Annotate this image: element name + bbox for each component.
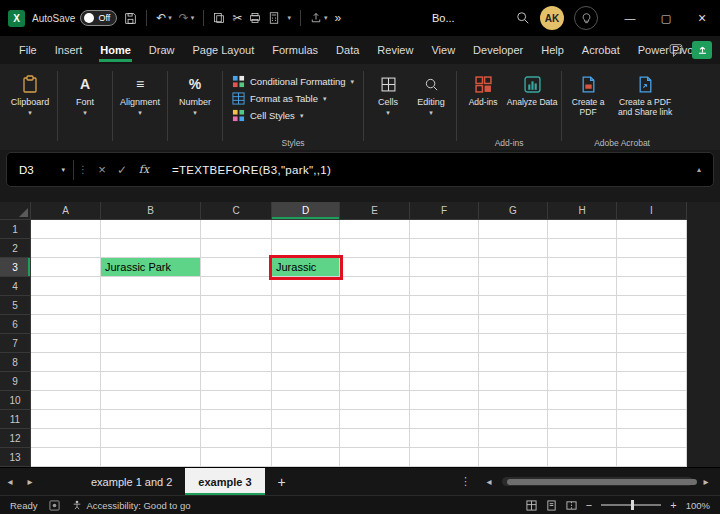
row-header-6[interactable]: 6 xyxy=(0,315,31,334)
cell-B13[interactable] xyxy=(101,448,201,467)
touch-mode-icon[interactable]: ▾ xyxy=(310,12,328,24)
cell-G13[interactable] xyxy=(479,448,548,467)
excel-logo-icon[interactable]: X xyxy=(8,10,25,27)
copy-icon[interactable] xyxy=(213,12,225,24)
menu-tab-home[interactable]: Home xyxy=(91,36,140,64)
maximize-button[interactable]: ▢ xyxy=(648,0,684,36)
cell-I8[interactable] xyxy=(617,353,687,372)
cell-A2[interactable] xyxy=(31,239,101,258)
print-icon[interactable] xyxy=(249,12,261,24)
menu-tab-help[interactable]: Help xyxy=(532,36,573,64)
zoom-out-button[interactable]: − xyxy=(586,499,592,511)
cell-F5[interactable] xyxy=(410,296,479,315)
cell-A9[interactable] xyxy=(31,372,101,391)
cell-C8[interactable] xyxy=(201,353,272,372)
cell-A4[interactable] xyxy=(31,277,101,296)
cell-F2[interactable] xyxy=(410,239,479,258)
cell-G6[interactable] xyxy=(479,315,548,334)
sheet-tab-example-3[interactable]: example 3 xyxy=(185,468,264,496)
column-header-E[interactable]: E xyxy=(340,202,410,220)
cell-B5[interactable] xyxy=(101,296,201,315)
menu-tab-review[interactable]: Review xyxy=(368,36,422,64)
cell-E4[interactable] xyxy=(340,277,410,296)
cell-H3[interactable] xyxy=(548,258,617,277)
cell-styles-button[interactable]: Cell Styles ▾ xyxy=(232,109,354,122)
close-button[interactable]: × xyxy=(684,0,720,36)
cell-G8[interactable] xyxy=(479,353,548,372)
cell-I6[interactable] xyxy=(617,315,687,334)
row-header-13[interactable]: 13 xyxy=(0,448,31,467)
conditional-formatting-button[interactable]: Conditional Formatting ▾ xyxy=(232,75,354,88)
cell-I11[interactable] xyxy=(617,410,687,429)
cell-H13[interactable] xyxy=(548,448,617,467)
column-header-G[interactable]: G xyxy=(479,202,548,220)
cell-F10[interactable] xyxy=(410,391,479,410)
number-group-button[interactable]: % Number ▾ xyxy=(171,67,219,115)
normal-view-icon[interactable] xyxy=(526,500,537,511)
row-header-4[interactable]: 4 xyxy=(0,277,31,296)
cell-D5[interactable] xyxy=(272,296,340,315)
cell-I4[interactable] xyxy=(617,277,687,296)
accessibility-status[interactable]: Accessibility: Good to go xyxy=(72,500,190,511)
cell-C7[interactable] xyxy=(201,334,272,353)
cell-B10[interactable] xyxy=(101,391,201,410)
row-header-12[interactable]: 12 xyxy=(0,429,31,448)
scroll-right-arrow-icon[interactable]: ▸ xyxy=(696,476,716,487)
cell-G2[interactable] xyxy=(479,239,548,258)
cell-G7[interactable] xyxy=(479,334,548,353)
zoom-level[interactable]: 100% xyxy=(686,500,710,511)
cell-H6[interactable] xyxy=(548,315,617,334)
select-all-corner[interactable] xyxy=(0,202,31,220)
cell-H11[interactable] xyxy=(548,410,617,429)
cell-H1[interactable] xyxy=(548,220,617,239)
cell-E6[interactable] xyxy=(340,315,410,334)
column-header-C[interactable]: C xyxy=(201,202,272,220)
sheet-nav-left-icon[interactable]: ◂ xyxy=(0,476,20,487)
editing-group-button[interactable]: Editing ▾ xyxy=(409,67,453,115)
menu-tab-data[interactable]: Data xyxy=(327,36,368,64)
row-header-7[interactable]: 7 xyxy=(0,334,31,353)
cell-B11[interactable] xyxy=(101,410,201,429)
cell-H12[interactable] xyxy=(548,429,617,448)
menu-tab-insert[interactable]: Insert xyxy=(46,36,92,64)
cell-E8[interactable] xyxy=(340,353,410,372)
menu-tab-formulas[interactable]: Formulas xyxy=(263,36,327,64)
cell-E12[interactable] xyxy=(340,429,410,448)
cell-C2[interactable] xyxy=(201,239,272,258)
autosave-toggle[interactable]: AutoSave Off xyxy=(32,10,117,26)
alignment-group-button[interactable]: ≡ Alignment ▾ xyxy=(116,67,164,115)
lightbulb-icon[interactable] xyxy=(574,6,598,30)
drag-handle-icon[interactable]: ⋮ xyxy=(74,164,92,175)
undo-button[interactable]: ↶ ▾ xyxy=(156,11,172,25)
row-header-2[interactable]: 2 xyxy=(0,239,31,258)
cell-H7[interactable] xyxy=(548,334,617,353)
cell-E13[interactable] xyxy=(340,448,410,467)
column-header-D[interactable]: D xyxy=(272,202,340,220)
avatar[interactable]: AK xyxy=(540,6,564,30)
redo-button[interactable]: ↷ ▾ xyxy=(179,11,195,25)
cell-E9[interactable] xyxy=(340,372,410,391)
cell-F3[interactable] xyxy=(410,258,479,277)
cell-F6[interactable] xyxy=(410,315,479,334)
cell-A10[interactable] xyxy=(31,391,101,410)
cell-F12[interactable] xyxy=(410,429,479,448)
cell-F11[interactable] xyxy=(410,410,479,429)
menu-tab-file[interactable]: File xyxy=(10,36,46,64)
cell-C12[interactable] xyxy=(201,429,272,448)
cell-B9[interactable] xyxy=(101,372,201,391)
cell-C13[interactable] xyxy=(201,448,272,467)
sheet-nav-right-icon[interactable]: ▸ xyxy=(20,476,40,487)
row-header-3[interactable]: 3 xyxy=(0,258,31,277)
new-sheet-button[interactable]: + xyxy=(265,474,299,490)
scroll-left-arrow-icon[interactable]: ◂ xyxy=(479,476,499,487)
column-header-B[interactable]: B xyxy=(101,202,201,220)
cell-A5[interactable] xyxy=(31,296,101,315)
page-break-view-icon[interactable] xyxy=(566,500,577,511)
menu-tab-developer[interactable]: Developer xyxy=(464,36,532,64)
zoom-slider-thumb[interactable] xyxy=(631,500,634,510)
cell-D3[interactable]: Jurassic xyxy=(272,258,340,277)
zoom-slider[interactable] xyxy=(601,504,661,506)
cell-D2[interactable] xyxy=(272,239,340,258)
cell-H8[interactable] xyxy=(548,353,617,372)
row-header-11[interactable]: 11 xyxy=(0,410,31,429)
